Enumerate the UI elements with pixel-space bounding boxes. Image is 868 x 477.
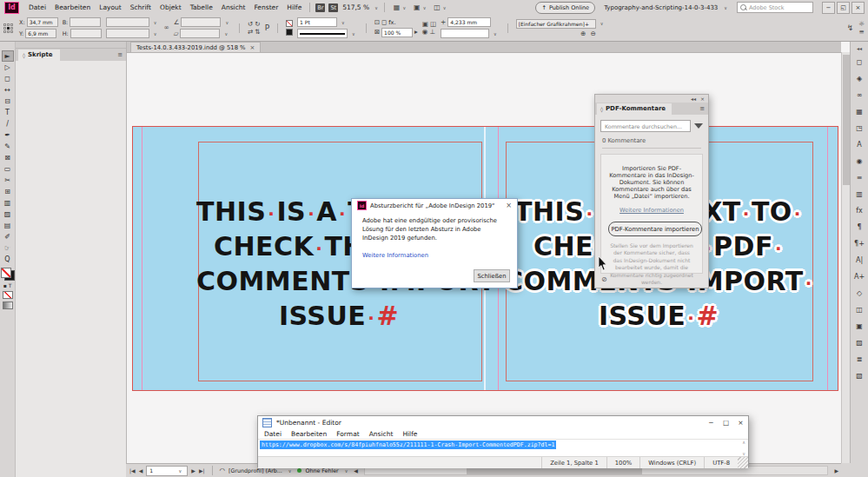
preflight-profile[interactable]: [Grundprofil] (Arb... [229,467,282,474]
wrap-offset-dropdown[interactable] [441,29,489,38]
screen-mode-icon[interactable]: ▦ [394,3,401,11]
menu-item[interactable]: Format [336,430,359,438]
character-styles-panel-icon[interactable]: A+ [852,269,867,284]
gradient-panel-icon[interactable]: ▥ [852,187,867,202]
stroke-panel-icon[interactable]: ≡ [852,170,867,185]
arrange-documents-icon[interactable]: ◫ [434,3,441,11]
clear-overrides-icon[interactable]: ⊖ [590,30,595,37]
layers-panel-icon[interactable]: ◈ [852,71,867,86]
page-number-field[interactable]: 1 ∨ [146,466,188,476]
menu-item[interactable]: Hilfe [402,430,417,438]
fx-panel-icon[interactable]: fx [852,203,867,218]
scrollbar-thumb[interactable] [843,55,850,185]
content-collector-tool[interactable]: ⊟ [2,96,14,107]
panel-menu-icon[interactable]: ≡ [858,29,864,36]
swatches-panel-icon[interactable]: ▦ [852,104,867,119]
chevron-down-icon[interactable]: ∨ [225,20,229,25]
fit-frame-icon[interactable]: ◫ [430,21,436,28]
dialog-close-icon[interactable]: × [506,202,512,209]
resize-grip[interactable] [738,457,748,468]
panel-close-icon[interactable]: × [700,96,705,102]
page-tool[interactable]: ◻ [2,73,14,84]
menu-item[interactable]: Bearbeiten [50,3,95,11]
dialog-title-bar[interactable]: Id Absturzbericht für „Adobe InDesign 20… [352,199,517,212]
chevron-down-icon[interactable]: ∨ [345,468,348,474]
chevron-down-icon[interactable]: ∨ [494,31,497,36]
type-tool[interactable]: T [2,107,14,118]
style-override-icon[interactable]: ⊕ [580,30,586,37]
chevron-down-icon[interactable]: ∨ [352,31,355,36]
formatting-container-icon[interactable]: ▪ [3,282,7,288]
pencil-tool[interactable]: ✎ [2,141,14,152]
chevron-down-icon[interactable]: ∨ [402,5,406,10]
scrollbar[interactable]: ∧ ∨ [740,440,747,456]
tab-close-icon[interactable]: × [250,44,255,51]
reference-point-proxy[interactable] [3,23,13,33]
flip-horizontal-icon[interactable]: ⇄ [248,29,253,36]
tab-skripte[interactable]: ◊ Skripte [18,50,60,61]
arrow-icon[interactable]: ▸ [414,29,418,36]
quick-apply-icon[interactable]: ↯ [847,24,854,32]
filter-icon[interactable] [694,123,703,129]
minimize-button[interactable]: − [822,2,835,14]
menu-item[interactable]: Ansicht [217,3,250,11]
chevron-down-icon[interactable]: ∨ [224,31,228,36]
paragraph-panel-icon[interactable]: ¶ [852,220,867,235]
chevron-down-icon[interactable]: ∨ [179,468,182,474]
shear-angle-field[interactable] [180,29,220,38]
menu-item[interactable]: Datei [264,430,282,438]
fill-none-swatch[interactable] [1,268,11,278]
rectangle-tool[interactable]: ▭ [2,163,14,175]
corner-shape-icon[interactable]: ◻ [381,19,387,26]
formatting-text-icon[interactable]: T [9,282,12,288]
free-transform-tool[interactable]: ⊞ [2,186,14,197]
workspace-switcher[interactable]: Typography-and-Scripting-14-0-3-433 [604,4,718,11]
width-field[interactable] [70,17,101,27]
previous-page-button[interactable]: ◀ [139,467,143,474]
opacity-field[interactable]: 100 % [381,28,413,37]
object-style-dropdown[interactable]: [Einfacher Grafikrahmen]+ [516,19,596,29]
panel-menu-icon[interactable]: ≡ [699,105,705,112]
stroke-color-swatch[interactable] [286,20,293,27]
comments-search-input[interactable]: Kommentare durchsuchen... [600,120,691,132]
more-info-link[interactable]: Weitere Informationen [620,207,684,214]
y-position-field[interactable]: 6,9 mm [25,29,56,38]
close-button[interactable]: × [851,2,865,14]
chevron-down-icon[interactable]: ∨ [341,20,345,25]
menu-item[interactable]: Hilfe [282,3,306,11]
height-field[interactable] [70,29,102,38]
constrain-proportions-icon[interactable]: ∞ [163,24,169,31]
scale-y-field[interactable] [106,29,149,38]
next-page-button[interactable]: ▶ [191,467,195,474]
eyedropper-tool[interactable]: ✐ [2,231,14,242]
attributes-panel-icon[interactable]: ▧ [852,368,867,383]
scroll-up-icon[interactable]: ∧ [742,440,745,445]
zoom-level[interactable]: 517,5 % [342,3,369,11]
delete-all-comments-icon[interactable]: ⊘ [601,275,607,283]
direct-selection-tool[interactable]: ▷ [2,62,14,73]
gradient-feather-tool[interactable]: ▨ [2,209,14,220]
glyphs-panel-icon[interactable]: ◇ [852,286,867,301]
minimize-button[interactable]: − [704,417,719,428]
scissors-tool[interactable]: ✂ [2,175,14,186]
document-tab[interactable]: Tests-14.0.3.433-2019.indd @ 518 % × [130,42,261,52]
gap-tool[interactable]: ↔ [2,84,14,96]
paragraph-styles-panel-icon[interactable]: ¶+ [852,236,867,251]
chevron-down-icon[interactable]: ∨ [724,5,727,10]
restore-button[interactable]: ◱ [837,2,850,14]
links-panel-icon[interactable]: ∞ [852,88,867,103]
wrap-none-icon[interactable]: ◉ [422,29,428,36]
flip-vertical-icon[interactable]: ⇅ [255,29,260,36]
rotate-ccw-icon[interactable]: ↺ [248,21,253,28]
close-dialog-button[interactable]: Schließen [474,269,510,282]
error-status[interactable]: Ohne Fehler [305,467,338,474]
bridge-badge-icon[interactable]: Br [315,3,325,12]
chevron-down-icon[interactable]: ∨ [374,5,378,10]
chevron-down-icon[interactable]: ∨ [423,5,427,10]
adobe-stock-search-input[interactable]: Adobe Stock [737,2,813,13]
chevron-down-icon[interactable]: ∨ [443,5,447,10]
gradient-tool[interactable]: ▥ [2,197,14,209]
zoom-tool[interactable]: Q [2,254,14,265]
maximize-button[interactable]: □ [719,417,733,428]
scroll-down-icon[interactable]: ∨ [742,451,745,456]
